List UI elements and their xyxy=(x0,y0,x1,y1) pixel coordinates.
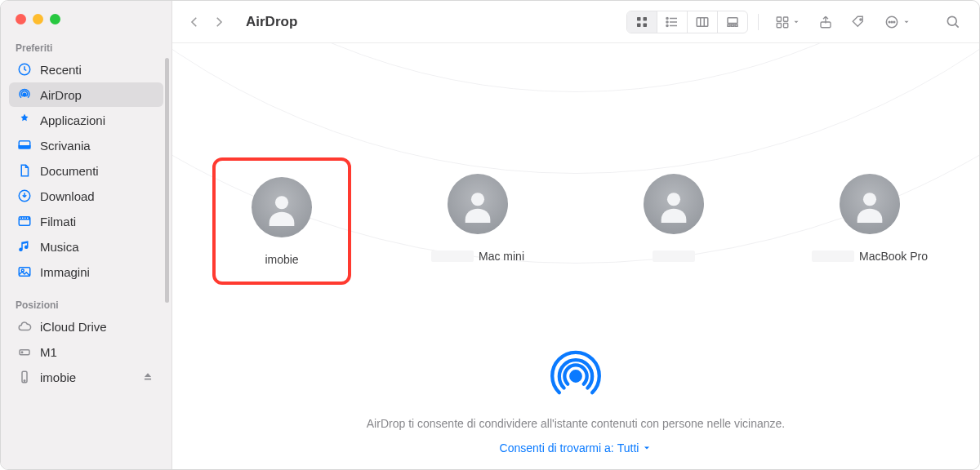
svg-rect-14 xyxy=(637,23,641,27)
svg-rect-22 xyxy=(732,24,734,26)
visibility-dropdown[interactable]: Consenti di trovarmi a: Tutti xyxy=(500,441,653,454)
sidebar-item-icloud[interactable]: iCloud Drive xyxy=(9,314,163,339)
share-button[interactable] xyxy=(812,11,840,33)
sidebar-item-label: Download xyxy=(40,189,95,203)
close-window-button[interactable] xyxy=(16,14,26,24)
chevron-down-icon xyxy=(642,443,652,453)
window-title: AirDrop xyxy=(246,14,297,30)
sidebar-item-desktop[interactable]: Scrivania xyxy=(9,133,163,157)
svg-point-11 xyxy=(24,380,25,382)
svg-point-36 xyxy=(471,193,484,206)
tags-button[interactable] xyxy=(844,11,872,33)
sidebar-item-disk-m1[interactable]: M1 xyxy=(9,339,163,364)
device-label: Mac mini xyxy=(431,249,524,264)
airdrop-device-macbook-pro[interactable]: MacBook Pro xyxy=(800,157,939,285)
svg-point-32 xyxy=(891,21,893,23)
back-button[interactable] xyxy=(184,11,205,33)
forward-button[interactable] xyxy=(208,11,229,33)
music-icon xyxy=(17,239,32,254)
sidebar-item-label: imobie xyxy=(40,370,132,384)
sidebar-item-music[interactable]: Musica xyxy=(9,234,163,259)
sidebar-item-iphone-imobie[interactable]: imobie xyxy=(9,365,163,389)
avatar xyxy=(644,174,704,234)
airdrop-info-text: AirDrop ti consente di condividere all'i… xyxy=(367,417,785,430)
device-label: MacBook Pro xyxy=(812,249,928,264)
search-button[interactable] xyxy=(938,11,968,33)
svg-point-1 xyxy=(23,93,26,96)
avatar xyxy=(252,177,312,237)
svg-rect-24 xyxy=(777,17,781,21)
device-label xyxy=(653,249,695,264)
svg-rect-13 xyxy=(644,17,648,21)
sidebar-item-label: Filmati xyxy=(40,215,76,228)
svg-rect-19 xyxy=(697,17,708,26)
svg-point-16 xyxy=(666,17,668,19)
toolbar-separator xyxy=(758,14,759,30)
finder-window: Preferiti Recenti AirDrop Applicazioni S… xyxy=(0,0,980,470)
svg-point-18 xyxy=(666,24,668,26)
image-icon xyxy=(17,264,32,279)
svg-rect-20 xyxy=(728,17,737,23)
group-by-button[interactable] xyxy=(768,11,807,33)
sidebar-item-downloads[interactable]: Download xyxy=(9,184,163,208)
sidebar-item-label: M1 xyxy=(40,345,57,359)
sidebar-locations-list: iCloud Drive M1 imobie xyxy=(1,314,172,390)
doc-icon xyxy=(17,163,32,178)
avatar xyxy=(840,174,900,234)
airdrop-device-mac-mini[interactable]: Mac mini xyxy=(408,157,547,285)
avatar xyxy=(448,174,508,234)
airdrop-logo-icon xyxy=(546,347,605,406)
sidebar-item-label: iCloud Drive xyxy=(40,320,107,334)
obscured-text xyxy=(812,251,854,262)
sidebar-item-airdrop[interactable]: AirDrop xyxy=(9,82,163,107)
svg-rect-21 xyxy=(728,24,730,26)
desktop-icon xyxy=(17,138,32,153)
svg-point-17 xyxy=(666,20,668,22)
sidebar-item-documents[interactable]: Documenti xyxy=(9,158,163,183)
sidebar-item-label: Scrivania xyxy=(40,139,91,153)
sidebar-section-locations-label: Posizioni xyxy=(1,293,172,314)
sidebar-item-label: Applicazioni xyxy=(40,113,105,127)
nearby-devices-list: imobie Mac mini MacBook Pro xyxy=(172,157,979,285)
toolbar: AirDrop xyxy=(172,1,979,43)
icon-view-button[interactable] xyxy=(627,11,657,33)
svg-rect-15 xyxy=(644,23,648,27)
download-icon xyxy=(17,188,32,203)
sidebar-item-applications[interactable]: Applicazioni xyxy=(9,108,163,132)
window-controls xyxy=(1,1,172,36)
device-label: imobie xyxy=(265,252,298,267)
sidebar-item-pictures[interactable]: Immagini xyxy=(9,259,163,284)
main-pane: AirDrop xyxy=(172,1,979,469)
svg-point-38 xyxy=(863,193,876,206)
eject-icon[interactable] xyxy=(140,370,155,384)
svg-rect-27 xyxy=(784,23,788,27)
airdrop-info-block: AirDrop ti consente di condividere all'i… xyxy=(172,347,979,454)
svg-rect-23 xyxy=(735,24,737,26)
view-mode-segmented xyxy=(626,11,748,33)
apps-icon xyxy=(17,113,32,127)
cloud-icon xyxy=(17,319,32,334)
svg-point-29 xyxy=(860,18,862,20)
gallery-view-button[interactable] xyxy=(718,11,747,33)
airdrop-icon xyxy=(17,87,32,102)
sidebar: Preferiti Recenti AirDrop Applicazioni S… xyxy=(1,1,172,469)
airdrop-device-imobie[interactable]: imobie xyxy=(212,157,351,285)
airdrop-device-unknown[interactable] xyxy=(604,157,743,285)
action-menu-button[interactable] xyxy=(877,11,917,33)
column-view-button[interactable] xyxy=(688,11,717,33)
nav-buttons xyxy=(184,11,229,33)
svg-rect-3 xyxy=(19,146,30,149)
sidebar-item-movies[interactable]: Filmati xyxy=(9,209,163,233)
minimize-window-button[interactable] xyxy=(33,14,43,24)
sidebar-item-recent[interactable]: Recenti xyxy=(9,57,163,82)
list-view-button[interactable] xyxy=(657,11,687,33)
sidebar-section-favorites-label: Preferiti xyxy=(1,36,172,57)
svg-point-35 xyxy=(275,196,288,209)
obscured-text xyxy=(431,251,474,262)
sidebar-scrollbar[interactable] xyxy=(165,58,169,303)
svg-point-9 xyxy=(21,352,23,353)
sidebar-favorites-list: Recenti AirDrop Applicazioni Scrivania D… xyxy=(1,57,172,285)
maximize-window-button[interactable] xyxy=(50,14,60,24)
svg-point-37 xyxy=(667,193,680,206)
sidebar-item-label: Immagini xyxy=(40,265,90,279)
